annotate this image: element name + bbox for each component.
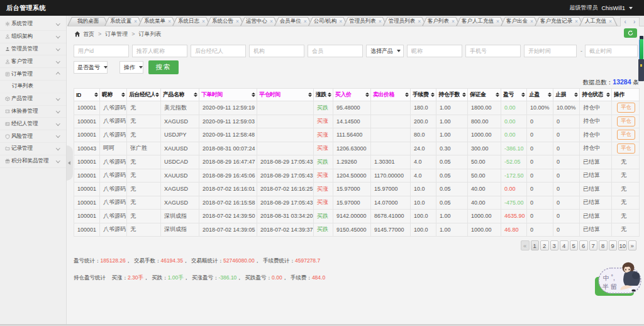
sidebar-item[interactable]: 经纪人管理	[0, 118, 66, 130]
mascot-sticker[interactable]: 中 ˚, 半 留	[592, 261, 643, 303]
sidebar-item[interactable]: 积分和奖品管理	[0, 155, 66, 168]
tab[interactable]: 系统日志 ×	[172, 17, 211, 26]
tab[interactable]: 系统菜单 ×	[138, 17, 177, 26]
sidebar-item[interactable]: 管理员管理	[0, 43, 66, 56]
close-icon[interactable]: ×	[236, 19, 239, 25]
table-header-cell[interactable]: 手续费	[411, 89, 436, 101]
sort-icon[interactable]	[252, 93, 255, 98]
table-header-cell[interactable]: 昵称	[100, 89, 127, 101]
table-header-cell[interactable]: 平仓时间	[257, 89, 314, 101]
page-button[interactable]: »	[628, 240, 637, 250]
page-button[interactable]: «	[521, 240, 530, 250]
sidebar-item[interactable]: 体验券管理	[0, 106, 66, 118]
sort-icon[interactable]	[548, 93, 552, 98]
page-button[interactable]: 1	[531, 240, 540, 250]
sort-icon[interactable]	[365, 93, 369, 98]
filter-backend-broker-input[interactable]	[191, 45, 246, 57]
tab[interactable]: 客户列表 ×	[422, 17, 460, 26]
filter-member-input[interactable]	[308, 45, 363, 57]
filter-nickname-input[interactable]	[407, 45, 462, 57]
close-icon[interactable]: ×	[202, 19, 205, 25]
sort-icon[interactable]	[94, 93, 98, 98]
sort-icon[interactable]	[431, 93, 435, 98]
breadcrumb-home[interactable]: 首页	[83, 30, 94, 38]
tab[interactable]: 系统设置 ×	[104, 17, 143, 26]
table-header-cell[interactable]: 下单时间	[199, 89, 257, 101]
page-button[interactable]: 9	[609, 240, 618, 250]
close-icon[interactable]: ×	[575, 19, 578, 25]
sort-icon[interactable]	[462, 93, 466, 98]
sidebar-item[interactable]: 记录管理	[0, 143, 66, 155]
tab[interactable]: 我的桌面	[67, 17, 109, 26]
sidebar-item[interactable]: 客户管理	[0, 55, 66, 68]
close-icon[interactable]: ×	[418, 19, 421, 25]
filter-end-time-input[interactable]	[585, 45, 638, 57]
close-icon[interactable]: ×	[496, 19, 499, 25]
sort-icon[interactable]	[405, 93, 409, 98]
action-select[interactable]: 操作	[119, 61, 143, 74]
breadcrumb-item[interactable]: 订单管理	[105, 30, 128, 38]
table-header-cell[interactable]: 盈亏	[501, 89, 527, 101]
sort-icon[interactable]	[574, 93, 578, 98]
tab[interactable]: 管理员列表 ×	[383, 17, 426, 26]
close-icon[interactable]: ×	[304, 19, 307, 25]
tab[interactable]: 会员单位 ×	[274, 17, 313, 26]
tab-scroll-left-icon[interactable]: ‹	[625, 19, 626, 25]
sidebar-item[interactable]: 订单列表	[0, 81, 66, 93]
filter-phone-input[interactable]	[465, 45, 521, 57]
sort-icon[interactable]	[328, 93, 331, 98]
sidebar-item[interactable]: 风险管理	[0, 130, 66, 143]
sort-icon[interactable]	[121, 93, 125, 98]
scrollbar-thumb[interactable]	[639, 39, 643, 60]
tab[interactable]: 客户出金 ×	[501, 17, 539, 26]
page-button[interactable]: 2	[540, 240, 549, 250]
table-header-cell[interactable]: ID	[74, 89, 100, 101]
table-header-cell[interactable]: 操作	[612, 89, 640, 101]
close-icon[interactable]: ×	[168, 19, 171, 25]
table-header-cell[interactable]: 后台经纪人	[127, 89, 161, 101]
sort-icon[interactable]	[155, 93, 159, 98]
close-icon[interactable]: ×	[379, 19, 382, 25]
table-header-cell[interactable]: 持仓手数	[436, 89, 468, 101]
table-header-cell[interactable]: 买入价	[333, 89, 371, 101]
refresh-button[interactable]	[624, 28, 637, 38]
close-icon[interactable]: ×	[134, 19, 137, 25]
sort-icon[interactable]	[521, 93, 525, 98]
sort-icon[interactable]	[194, 93, 197, 98]
product-select[interactable]: 选择产品	[366, 45, 404, 57]
table-header-cell[interactable]: 卖出价格	[371, 89, 411, 101]
tab-scroll-right-icon[interactable]: ›	[633, 19, 635, 25]
sort-icon[interactable]	[496, 93, 499, 98]
table-header-cell[interactable]: 止损	[553, 89, 580, 101]
tab[interactable]: 公司/机构 ×	[308, 17, 348, 26]
tab[interactable]: 系统公告 ×	[206, 17, 245, 26]
filter-agency-input[interactable]	[249, 45, 304, 57]
close-position-button[interactable]: 平仓	[617, 130, 635, 140]
page-button[interactable]: 6	[579, 240, 588, 250]
page-button[interactable]: 5	[570, 240, 579, 250]
sort-icon[interactable]	[308, 93, 312, 98]
sidebar-item[interactable]: 产品管理	[0, 93, 66, 106]
page-button[interactable]: 10	[618, 240, 627, 250]
sidebar-item[interactable]: 系统管理	[0, 18, 66, 31]
table-header-cell[interactable]: 涨跌	[314, 89, 333, 101]
filter-referrer-input[interactable]	[132, 45, 187, 57]
close-icon[interactable]: ×	[270, 19, 273, 25]
filter-user-id-input[interactable]	[74, 45, 129, 57]
user-menu[interactable]: 超级管理员 ChisWill1	[569, 4, 644, 12]
tab[interactable]: 客户人工充值 ×	[456, 17, 505, 26]
close-position-button[interactable]: 平仓	[617, 143, 635, 154]
close-position-button[interactable]: 平仓	[617, 103, 635, 113]
close-position-button[interactable]: 平仓	[617, 116, 635, 126]
sidebar-item[interactable]: 组织架构	[0, 31, 66, 43]
search-button[interactable]: 搜索	[148, 60, 179, 74]
tab[interactable]: 人工充值 ×	[579, 17, 618, 26]
sort-icon[interactable]	[606, 93, 610, 98]
page-button[interactable]: 8	[599, 240, 608, 250]
close-icon[interactable]: ×	[339, 19, 342, 25]
close-icon[interactable]: ×	[530, 19, 533, 25]
table-header-cell[interactable]: 持仓状态	[580, 89, 612, 101]
page-button[interactable]: 3	[550, 240, 559, 250]
table-header-cell[interactable]: 保证金	[468, 89, 501, 101]
close-icon[interactable]: ×	[609, 19, 612, 25]
